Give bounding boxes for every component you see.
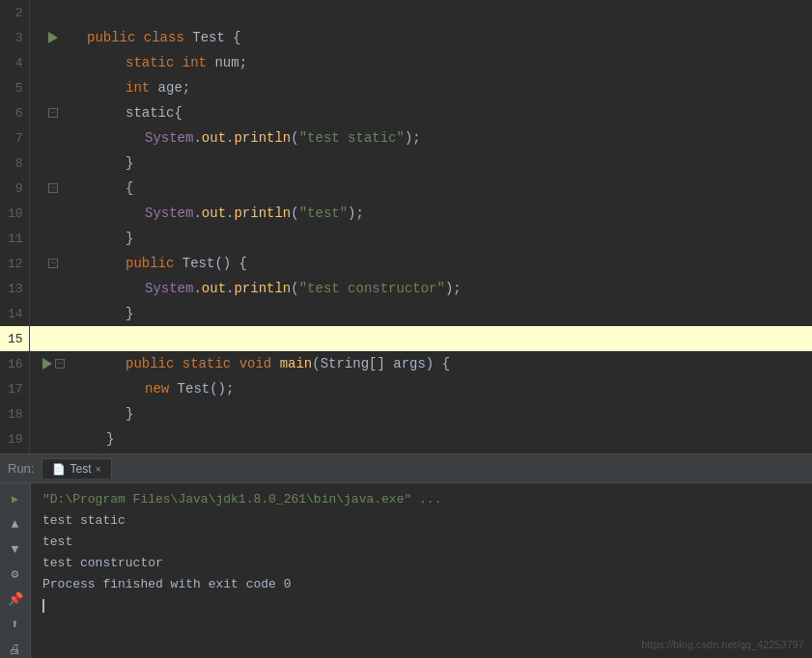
run-play-button[interactable]: ▶: [6, 489, 25, 508]
line-number: 4: [0, 50, 29, 75]
code-token: age;: [158, 80, 191, 96]
code-token: (: [291, 130, 298, 146]
code-token: int: [126, 80, 158, 96]
gutter-cell: [29, 0, 77, 25]
output-line: test constructor: [42, 553, 800, 574]
line-number: 16: [0, 351, 29, 376]
code-token: {: [126, 180, 133, 196]
code-token: .: [193, 281, 201, 296]
gutter-cell: [29, 201, 77, 226]
code-token: public: [126, 256, 182, 271]
gutter-cell: [29, 25, 77, 50]
code-line: [77, 452, 812, 453]
line-number: 13: [0, 276, 29, 301]
line-number: 2: [0, 0, 29, 25]
code-token: (: [291, 206, 298, 221]
gutter-cell: [29, 301, 77, 326]
code-table: 23public class Test {4static int num;5in…: [0, 0, 812, 453]
output-lines: test statictesttest constructorProcess f…: [42, 510, 800, 595]
code-token: public: [126, 356, 182, 371]
code-token: println: [234, 130, 291, 146]
code-token: public: [87, 30, 144, 45]
code-token: int: [182, 55, 215, 70]
run-print-button[interactable]: 🖨: [6, 640, 25, 658]
ide-window: 23public class Test {4static int num;5in…: [0, 0, 812, 658]
code-token: static: [126, 55, 182, 70]
run-settings-button[interactable]: ⚙: [6, 564, 25, 584]
gutter-cell: [29, 75, 77, 100]
run-export-button[interactable]: ⬆: [6, 615, 25, 634]
code-line: }: [77, 151, 812, 176]
code-token: );: [445, 281, 462, 296]
line-number: 5: [0, 75, 29, 100]
collapse-button[interactable]: −: [48, 108, 58, 118]
code-token: System: [145, 130, 193, 146]
run-tab-name: Test: [70, 462, 91, 476]
run-sidebar: ▶ ▲ ▼ ⚙ 📌 ⬆ 🖨: [0, 483, 31, 658]
code-line: System.out.println("test");: [77, 201, 812, 226]
code-line: new Test();: [77, 376, 812, 401]
cursor: [42, 599, 44, 613]
collapse-button[interactable]: −: [48, 183, 58, 193]
line-number: 18: [0, 401, 29, 426]
run-gutter-button[interactable]: [48, 32, 58, 43]
gutter-cell: −: [29, 351, 77, 376]
code-token: println: [234, 281, 291, 296]
watermark: https://blog.csdn.net/qq_42253797: [641, 639, 804, 650]
code-line: }: [77, 426, 812, 452]
code-token: static{: [126, 105, 182, 121]
code-token: static: [182, 356, 239, 371]
code-token: .: [193, 206, 201, 221]
code-token: .: [193, 130, 201, 146]
line-number: 20: [0, 452, 29, 453]
code-line: System.out.println("test constructor");: [77, 276, 812, 301]
gutter-cell: [29, 151, 77, 176]
run-gutter-button[interactable]: [42, 358, 52, 370]
run-panel: Run: 📄 Test × ▶ ▲ ▼ ⚙ 📌 ⬆ 🖨 "D:\Program …: [0, 453, 812, 658]
code-token: );: [405, 130, 421, 146]
output-line: test: [42, 532, 800, 553]
line-number: 9: [0, 176, 29, 201]
code-line: static{: [77, 100, 812, 125]
code-token: new: [145, 381, 178, 397]
gutter-cell: −: [29, 176, 77, 201]
line-number: 11: [0, 226, 29, 251]
line-number: 12: [0, 251, 29, 276]
code-token: num;: [214, 55, 247, 70]
code-token: Test {: [192, 30, 240, 45]
code-line: public class Test {: [77, 25, 812, 50]
gutter-cell: −: [29, 100, 77, 125]
run-scroll-down-button[interactable]: ▼: [6, 539, 25, 559]
run-scroll-up-button[interactable]: ▲: [6, 514, 25, 534]
line-number: 3: [0, 25, 29, 50]
output-line: Process finished with exit code 0: [42, 574, 800, 595]
code-token: }: [126, 306, 133, 321]
code-token: println: [234, 206, 291, 221]
run-tab[interactable]: 📄 Test ×: [42, 458, 111, 479]
gutter-cell: [29, 426, 77, 452]
run-pin-button[interactable]: 📌: [6, 589, 25, 609]
code-token: }: [126, 231, 133, 246]
code-line: static int num;: [77, 50, 812, 75]
code-line: [77, 0, 812, 25]
code-line: }: [77, 226, 812, 251]
code-token: "test static": [299, 130, 405, 146]
line-number: 15: [0, 326, 29, 351]
line-number: 7: [0, 125, 29, 151]
line-number: 14: [0, 301, 29, 326]
code-line: public Test() {: [77, 251, 812, 276]
output-line: test static: [42, 510, 800, 532]
run-label: Run:: [8, 461, 34, 476]
code-line: public static void main(String[] args) {: [77, 351, 812, 376]
code-line: }: [77, 301, 812, 326]
run-tab-bar: Run: 📄 Test ×: [0, 454, 812, 483]
tab-close-icon[interactable]: ×: [95, 463, 100, 475]
code-token: }: [126, 155, 133, 171]
gutter-cell: [29, 376, 77, 401]
collapse-button[interactable]: −: [55, 359, 65, 369]
code-token: "test constructor": [299, 281, 445, 296]
code-line: System.out.println("test static");: [77, 125, 812, 151]
collapse-button[interactable]: −: [48, 259, 58, 268]
code-token: System: [145, 206, 193, 221]
code-line: [77, 326, 812, 351]
